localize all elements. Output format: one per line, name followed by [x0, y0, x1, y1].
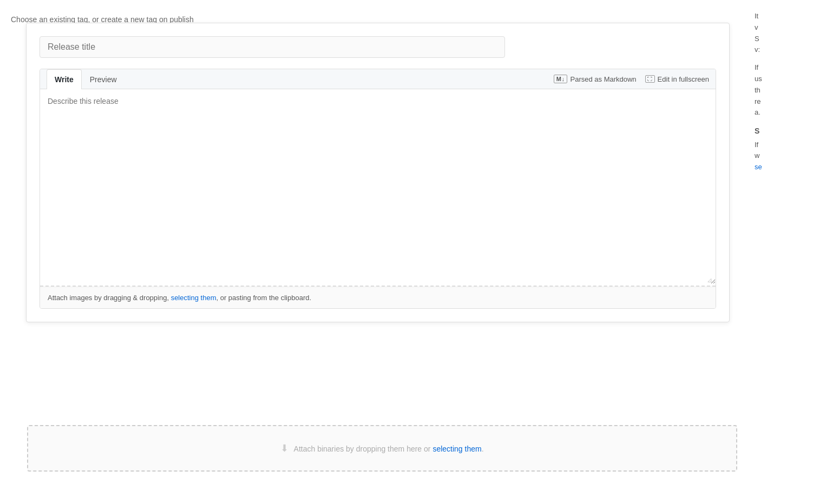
sidebar-text-1: It v S v:	[755, 11, 807, 56]
fullscreen-icon: ⛶	[645, 75, 655, 83]
release-title-input[interactable]	[40, 36, 505, 58]
attach-binaries-link[interactable]: selecting them	[432, 445, 481, 453]
release-form-panel: Write Preview M↓ Parsed as Markdown ⛶ Ed…	[26, 23, 730, 322]
sidebar-text-3: If w se	[755, 140, 807, 173]
fullscreen-action[interactable]: ⛶ Edit in fullscreen	[645, 75, 709, 83]
sidebar-text-2: If us th re a.	[755, 62, 807, 118]
right-sidebar: It v S v: If us th re a. S If w se	[748, 0, 813, 190]
markdown-action[interactable]: M↓ Parsed as Markdown	[554, 75, 637, 83]
attach-binaries-section: ⬇ Attach binaries by dropping them here …	[27, 425, 737, 472]
markdown-icon: M↓	[554, 75, 568, 83]
resize-handle-icon[interactable]: ⊿	[707, 277, 714, 284]
markdown-label: Parsed as Markdown	[570, 75, 636, 83]
tab-actions: M↓ Parsed as Markdown ⛶ Edit in fullscre…	[554, 75, 709, 83]
tabs-header: Write Preview M↓ Parsed as Markdown ⛶ Ed…	[40, 69, 716, 89]
attach-binaries-text-after: .	[482, 445, 484, 453]
sidebar-section-header: S	[755, 125, 807, 137]
release-description-textarea[interactable]	[40, 89, 716, 284]
attach-images-link[interactable]: selecting them	[171, 294, 217, 302]
attach-binaries-text-before: Attach binaries by dropping them here or	[294, 445, 433, 453]
tab-write[interactable]: Write	[47, 69, 82, 89]
attach-images-bar: Attach images by dragging & dropping, se…	[40, 287, 716, 308]
textarea-wrapper: ⊿	[40, 89, 716, 287]
attach-images-text-after: , or pasting from the clipboard.	[216, 294, 311, 302]
tab-preview[interactable]: Preview	[82, 69, 125, 89]
fullscreen-label: Edit in fullscreen	[658, 75, 709, 83]
down-arrow-icon: ⬇	[280, 442, 289, 454]
editor-tabs-container: Write Preview M↓ Parsed as Markdown ⛶ Ed…	[40, 69, 716, 309]
attach-images-text-before: Attach images by dragging & dropping,	[48, 294, 171, 302]
